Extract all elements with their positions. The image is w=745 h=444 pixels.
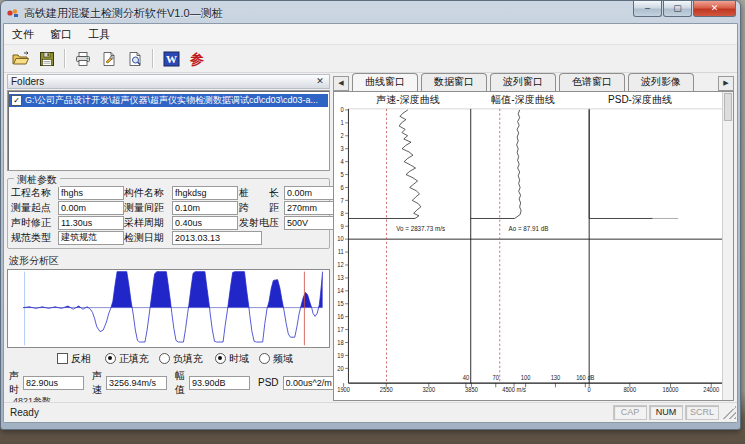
svg-text:0: 0: [340, 107, 344, 113]
amplitude-field[interactable]: [189, 376, 250, 390]
window-title: 高铁建用混凝土检测分析软件V1.0—测桩: [24, 6, 223, 21]
indicator-num: NUM: [649, 405, 683, 420]
menu-item-window[interactable]: 窗口: [42, 25, 80, 44]
print-setup-button[interactable]: [96, 46, 122, 71]
velocity-field[interactable]: [106, 376, 167, 390]
print-button[interactable]: [70, 46, 96, 71]
svg-text:70: 70: [493, 375, 500, 381]
chart-area[interactable]: 声速-深度曲线 幅值-深度曲线 PSD-深度曲线 012345678910111…: [333, 91, 734, 401]
params-button[interactable]: 参: [184, 46, 210, 71]
menu-item-tools[interactable]: 工具: [80, 25, 118, 44]
tab-data-window[interactable]: 数据窗口: [421, 73, 487, 91]
toolbar-separator: [152, 49, 154, 68]
display-options-row: 反相 正填充 负填充 时域 频域: [7, 352, 330, 366]
svg-text:40: 40: [463, 375, 470, 381]
freq-domain-radio[interactable]: [259, 353, 270, 364]
vertical-scrollbar[interactable]: [722, 92, 733, 400]
velocity-label: 声 速: [92, 369, 102, 397]
fill-positive-radio[interactable]: [105, 353, 116, 364]
menubar: 文件 窗口 工具: [4, 24, 737, 45]
print-preview-button[interactable]: [122, 46, 148, 71]
svg-text:18: 18: [337, 340, 344, 346]
param-input-component[interactable]: [172, 186, 238, 200]
svg-text:W: W: [166, 53, 177, 65]
svg-text:5: 5: [340, 172, 344, 178]
tab-waveimage-window[interactable]: 波列影像: [628, 73, 694, 91]
fill-negative-label: 负填充: [173, 352, 203, 366]
svg-text:6: 6: [340, 185, 344, 191]
param-label: 测量起点: [11, 201, 58, 215]
param-label: 桩 长: [239, 186, 284, 200]
open-button[interactable]: [8, 46, 34, 71]
file-item[interactable]: ✓ G:\公司产品设计开发\超声仪器\超声仪实物检测数据调试cd\cd03\cd…: [9, 94, 328, 107]
tab-curve-window[interactable]: 曲线窗口: [352, 73, 418, 91]
readout-row: 声 时 声 速 幅 值 PSD: [7, 369, 330, 397]
param-input-date[interactable]: [172, 231, 262, 245]
svg-text:Vo = 2837.73 m/s: Vo = 2837.73 m/s: [396, 225, 445, 232]
tab-scroll-left-icon[interactable]: ◀: [333, 76, 349, 91]
svg-text:13: 13: [337, 275, 344, 281]
param-input-project[interactable]: [58, 186, 124, 200]
param-input-start[interactable]: [58, 201, 124, 215]
amplitude-label: 幅 值: [175, 369, 185, 397]
svg-text:15: 15: [337, 301, 344, 307]
folders-panel-header: Folders ✕: [7, 74, 330, 89]
printer-icon: [74, 51, 92, 67]
param-input-spacing[interactable]: [172, 201, 238, 215]
param-label: 规范类型: [11, 231, 58, 245]
svg-text:7: 7: [340, 197, 344, 203]
param-input-sound-correction[interactable]: [58, 216, 124, 230]
save-button[interactable]: [34, 46, 60, 71]
file-path: G:\公司产品设计开发\超声仪器\超声仪实物检测数据调试cd\cd03\cd03…: [25, 94, 318, 107]
tab-waveseries-window[interactable]: 波列窗口: [490, 73, 556, 91]
scrollbar-thumb[interactable]: [724, 93, 732, 121]
word-export-button[interactable]: W: [158, 46, 184, 71]
svg-text:11: 11: [338, 249, 345, 255]
time-domain-radio[interactable]: [215, 353, 226, 364]
close-button[interactable]: ✕: [693, 1, 736, 17]
psd-label: PSD: [258, 377, 279, 388]
depth-charts-svg: 0123456789101112131415161718192019002550…: [334, 92, 723, 400]
menu-item-file[interactable]: 文件: [4, 25, 42, 44]
minimize-button[interactable]: –: [633, 1, 662, 17]
tab-scroll-right-icon[interactable]: ▶: [718, 76, 734, 91]
param-label: 测量间距: [124, 201, 172, 215]
fill-positive-label: 正填充: [119, 352, 149, 366]
param-label: 工程名称: [11, 186, 58, 200]
svg-text:17: 17: [337, 327, 344, 333]
status-text: Ready: [4, 407, 613, 418]
param-label: 构件名称: [124, 186, 172, 200]
pile-params-title: 测桩参数: [14, 173, 60, 187]
word-icon: W: [163, 51, 180, 67]
waveform-plot[interactable]: [7, 269, 330, 348]
freq-domain-label: 频域: [273, 352, 293, 366]
sound-time-field[interactable]: [23, 376, 84, 390]
save-floppy-icon: [39, 51, 55, 67]
svg-text:10: 10: [337, 236, 344, 242]
param-label: 声时修正: [11, 216, 58, 230]
app-window: 高铁建用混凝土检测分析软件V1.0—测桩 – ▢ ✕ 文件 窗口 工具: [0, 0, 741, 430]
folders-close-icon[interactable]: ✕: [314, 76, 326, 87]
svg-text:100: 100: [521, 375, 531, 381]
file-list[interactable]: ✓ G:\公司产品设计开发\超声仪器\超声仪实物检测数据调试cd\cd03\cd…: [7, 90, 330, 172]
tab-spectrum-window[interactable]: 色谱窗口: [559, 73, 625, 91]
fill-negative-radio[interactable]: [159, 353, 170, 364]
svg-text:3200: 3200: [422, 386, 435, 392]
svg-text:3: 3: [340, 146, 344, 152]
param-label: 检测日期: [124, 231, 172, 245]
open-folder-icon: [12, 51, 30, 67]
svg-text:8000: 8000: [623, 386, 636, 392]
svg-text:2: 2: [340, 133, 344, 139]
svg-text:130: 130: [551, 375, 561, 381]
print-setup-icon: [101, 51, 117, 67]
file-checkbox[interactable]: ✓: [11, 95, 22, 106]
param-input-standard[interactable]: [58, 231, 124, 245]
maximize-button[interactable]: ▢: [663, 1, 692, 17]
invert-label: 反相: [71, 352, 91, 366]
resize-grip[interactable]: [723, 406, 736, 419]
waveform-panel-title: 波形分析区: [9, 254, 330, 268]
svg-text:160 dB: 160 dB: [576, 375, 594, 381]
right-pane: ◀ 曲线窗口 数据窗口 波列窗口 色谱窗口 波列影像 ▶ 声速-深度曲线 幅值-…: [331, 73, 737, 402]
param-input-sample-period[interactable]: [172, 216, 238, 230]
invert-checkbox[interactable]: [57, 353, 68, 364]
